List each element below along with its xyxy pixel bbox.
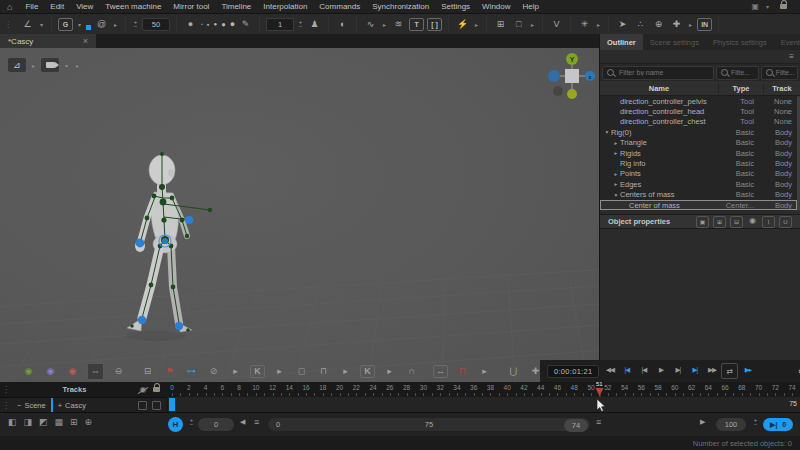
interpolation-box-icon[interactable]: I	[762, 216, 775, 228]
tab-cascy[interactable]: *Cascy ×	[0, 34, 96, 48]
prev-frame-button[interactable]: |◀	[636, 363, 651, 377]
chevron-right-icon[interactable]: ▸	[595, 21, 602, 28]
outliner-row[interactable]: ▾Rig(0)BasicBody	[600, 127, 797, 137]
outliner-row[interactable]: ▸TriangleBasicBody	[600, 138, 797, 148]
move-axes-button[interactable]: ⇔	[87, 363, 104, 380]
object-properties-header[interactable]: Object properties ▣⊞⊟◉IU	[600, 214, 800, 229]
gizmo-x-axis[interactable]	[548, 70, 560, 82]
lock-icon[interactable]	[153, 387, 160, 392]
brush-button[interactable]: ●	[183, 17, 198, 32]
brackets-button[interactable]: [ ]	[427, 18, 442, 31]
mirror-pose-button[interactable]: ⊟	[140, 364, 155, 379]
fit-range-button[interactable]: ↔	[433, 365, 448, 378]
panel-layout-4-icon[interactable]: ▦	[55, 417, 64, 427]
brush-size-1[interactable]: ●	[201, 22, 203, 26]
chevron-down-icon[interactable]: ▾	[38, 21, 45, 28]
animation-mode-button[interactable]: ⚡	[455, 17, 470, 32]
count-value-field[interactable]: 1	[266, 18, 294, 31]
outliner-row[interactable]: Center of massCenter...Body	[600, 200, 797, 210]
drag-handle-icon[interactable]: ⋮	[0, 385, 12, 394]
drag-handle-icon[interactable]: ⋮	[0, 401, 12, 410]
outliner-row[interactable]: direction_controller_headToolNone	[600, 106, 797, 116]
lock-icon[interactable]	[780, 4, 787, 9]
outliner-row[interactable]: ▸RigidsBasicBody	[600, 148, 797, 158]
count-spinner[interactable]: +−	[297, 20, 304, 28]
playback-range-bar[interactable]: 0 75 74	[268, 418, 590, 431]
panel-layout-1-icon[interactable]: ◧	[8, 417, 17, 427]
filter-curve-button[interactable]: ≋	[391, 17, 406, 32]
tree-arrow-icon[interactable]: ▾	[600, 129, 611, 135]
tab-scene-settings[interactable]: Scene settings	[643, 34, 706, 50]
size-value-field[interactable]: 50	[142, 18, 170, 31]
track-lane[interactable]: 75	[168, 397, 800, 412]
outliner-row[interactable]: ▸EdgesBasicBody	[600, 179, 797, 189]
outliner-row[interactable]: direction_controller_pelvisToolNone	[600, 96, 797, 106]
prev-keyframe-button[interactable]: |◀	[619, 363, 634, 377]
menu-item-interpolation[interactable]: Interpolation	[257, 2, 313, 11]
track-cascy[interactable]: + Cascy	[51, 398, 91, 413]
rotate-gizmo-red-icon[interactable]: ◉	[65, 364, 80, 379]
keyframe-box2-button[interactable]: K	[360, 365, 375, 378]
select-loop-button[interactable]: @	[94, 17, 109, 32]
text-tool-button[interactable]: T	[409, 18, 424, 31]
gizmo-neg-y-axis[interactable]	[567, 89, 577, 99]
graph-tool-button[interactable]: ∠	[20, 17, 35, 32]
grid-view-button[interactable]: ⊞	[493, 17, 508, 32]
panel-layout-5-icon[interactable]: ⊞	[70, 417, 78, 427]
tab-event-log[interactable]: Event log	[774, 34, 800, 50]
menu-item-file[interactable]: File	[19, 2, 44, 11]
outliner-row[interactable]: ▾Centers of massBasicBody	[600, 190, 797, 200]
chevron-right-icon[interactable]: ▸	[272, 364, 287, 379]
step-left-button[interactable]: ◀	[240, 418, 245, 426]
column-name[interactable]: Name	[600, 84, 719, 93]
footprints-button[interactable]: ∴	[633, 17, 648, 32]
chevron-right-icon[interactable]: ▸	[338, 364, 353, 379]
list-button-2[interactable]: ≡	[596, 417, 601, 427]
track-checkbox-2[interactable]	[152, 401, 161, 410]
offset-value-field[interactable]: 0	[198, 418, 234, 431]
offset-spinner[interactable]: +−	[188, 418, 195, 426]
next-keyframe-button[interactable]: ▶|	[687, 363, 702, 377]
collapse-icon[interactable]: −	[17, 401, 21, 410]
link-box-icon[interactable]: ▣	[696, 216, 709, 228]
column-track[interactable]: Track	[764, 84, 800, 93]
character-model[interactable]	[110, 140, 240, 350]
chevron-right-icon[interactable]: ▸	[477, 364, 492, 379]
panel-layout-3-icon[interactable]: ◩	[39, 417, 48, 427]
home-icon[interactable]: ⌂	[0, 2, 19, 12]
rig-tool-button[interactable]: ⊕	[651, 17, 666, 32]
clip-start-marker[interactable]	[169, 398, 175, 411]
step-tangent-button[interactable]: ⊓	[316, 364, 331, 379]
brush-size-2[interactable]: ●	[207, 22, 210, 27]
menu-item-tween-machine[interactable]: Tween machine	[99, 2, 167, 11]
menu-item-mirror-tool[interactable]: Mirror tool	[167, 2, 215, 11]
minus-icon[interactable]: −	[297, 24, 304, 28]
burst-tool-button[interactable]: ✳	[577, 17, 592, 32]
chevron-right-icon[interactable]: ▸	[112, 21, 119, 28]
add-circle-icon[interactable]: ⊕	[85, 417, 93, 427]
filter-name-field[interactable]	[602, 66, 714, 80]
move-tool-button[interactable]: ✚	[669, 17, 684, 32]
chevron-right-icon[interactable]: ▸	[30, 62, 37, 69]
speed-value-field[interactable]: 100	[716, 418, 746, 431]
menu-item-synchronization[interactable]: Synchronization	[366, 2, 435, 11]
play-button[interactable]: ▶	[653, 363, 668, 377]
chevron-right-icon[interactable]: ▸	[473, 21, 480, 28]
swoosh-tool-button[interactable]: ➤	[615, 17, 630, 32]
menu-item-commands[interactable]: Commands	[313, 2, 366, 11]
red-step-button[interactable]: ⊓	[455, 364, 470, 379]
chevron-right-icon[interactable]: ▸	[228, 364, 243, 379]
bone-tool-button[interactable]: ⊿	[8, 58, 26, 72]
chevron-right-icon[interactable]: ▸	[687, 21, 694, 28]
eye-slash-icon[interactable]: ◉	[137, 385, 149, 394]
filter-track-field[interactable]: Filte...	[761, 66, 798, 80]
menu-item-timeline[interactable]: Timeline	[215, 2, 257, 11]
chevron-down-icon[interactable]: ▾	[63, 62, 70, 69]
sphere-button[interactable]: ◐	[335, 17, 350, 32]
jump-frame-button[interactable]: ▶| 0	[763, 418, 793, 431]
remove-box-icon[interactable]: ⊟	[730, 216, 743, 228]
chevron-right-icon[interactable]: ▸	[74, 62, 81, 69]
keyframe-box-button[interactable]: K	[250, 365, 265, 378]
tree-arrow-icon[interactable]: ▸	[600, 181, 620, 187]
select-box-button[interactable]: ◻	[294, 364, 309, 379]
